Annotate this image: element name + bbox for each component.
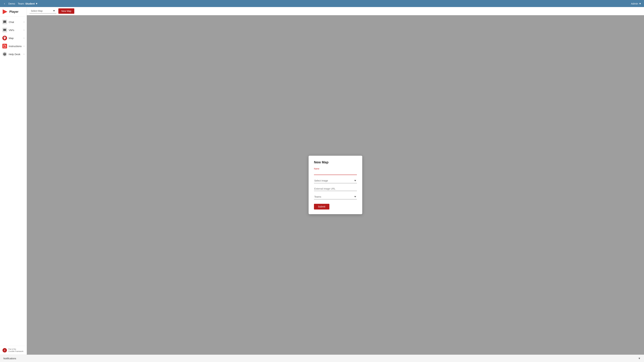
vms-label: VM's — [9, 29, 22, 31]
svg-rect-1 — [3, 29, 6, 31]
vms-chevron-icon: › — [24, 29, 24, 31]
notifications-bar: Notifications ▼ — [0, 355, 644, 362]
svg-marker-0 — [3, 9, 8, 14]
chat-chevron-icon: › — [24, 21, 24, 23]
map-content-area: New Map Name Select Image — [27, 15, 644, 355]
sidebar-title: Player — [10, 10, 18, 13]
crucible-footer-icon: C — [2, 348, 7, 353]
new-map-button[interactable]: New Map — [58, 8, 74, 14]
helpdesk-label: Help Desk — [9, 53, 22, 56]
chat-icon — [2, 19, 7, 24]
main-layout: Player Chat › VM's › — [0, 7, 644, 355]
map-icon — [2, 36, 7, 40]
admin-button[interactable]: Admin ▼ — [631, 2, 641, 5]
new-map-modal: New Map Name Select Image — [308, 156, 362, 214]
player-logo-icon — [2, 9, 8, 14]
notifications-chevron-icon[interactable]: ▼ — [638, 357, 641, 360]
sidebar-footer: C Part of the Crucible Framework — [0, 346, 27, 355]
vm-icon — [2, 28, 7, 32]
external-url-input[interactable] — [314, 187, 357, 191]
sidebar-item-vms[interactable]: VM's › — [0, 26, 27, 34]
helpdesk-chevron-icon: › — [24, 53, 24, 55]
team-name: Student — [25, 2, 35, 5]
scenario-name: Demo — [8, 2, 15, 5]
team-dropdown-button[interactable]: ▼ — [36, 2, 38, 5]
select-map-dropdown[interactable]: Select Map — [30, 8, 56, 13]
chat-label: Chat — [9, 21, 22, 23]
sidebar-item-helpdesk[interactable]: Help Desk › — [0, 50, 27, 58]
sidebar-item-map[interactable]: Map › — [0, 34, 27, 42]
sidebar-logo: Player — [0, 7, 27, 16]
modal-title: New Map — [314, 160, 357, 164]
sidebar-item-instructions[interactable]: Instructions › — [0, 42, 27, 50]
content-area: Select Map New Map New Map Name — [27, 7, 644, 355]
map-chevron-icon: › — [24, 37, 24, 39]
back-button[interactable]: ‹ — [3, 1, 6, 6]
instructions-label: Instructions — [9, 45, 22, 48]
select-image-field: Select Image — [314, 178, 357, 183]
content-toolbar: Select Map New Map — [27, 7, 644, 15]
notifications-label: Notifications — [3, 357, 16, 360]
sidebar-navigation: Chat › VM's › Map › — [0, 16, 27, 346]
submit-button[interactable]: Submit — [314, 204, 330, 210]
external-url-field — [314, 187, 357, 191]
svg-text:C: C — [4, 349, 6, 352]
select-image-dropdown[interactable]: Select Image — [314, 178, 357, 183]
top-header: ‹ Demo Team: Student ▼ Admin ▼ — [0, 0, 644, 7]
teams-field: Teams — [314, 194, 357, 199]
footer-text: Part of the Crucible Framework — [8, 348, 23, 353]
name-input[interactable] — [314, 171, 357, 175]
sidebar-item-chat[interactable]: Chat › — [0, 18, 27, 26]
team-label: Team: Student — [18, 2, 35, 5]
teams-dropdown[interactable]: Teams — [314, 194, 357, 199]
instructions-icon — [2, 44, 7, 48]
map-label: Map — [9, 37, 22, 39]
sidebar: Player Chat › VM's › — [0, 7, 27, 355]
instructions-chevron-icon: › — [24, 45, 24, 47]
helpdesk-icon — [2, 52, 7, 56]
name-label: Name — [314, 168, 357, 170]
name-field: Name — [314, 168, 357, 175]
modal-overlay: New Map Name Select Image — [27, 15, 644, 355]
